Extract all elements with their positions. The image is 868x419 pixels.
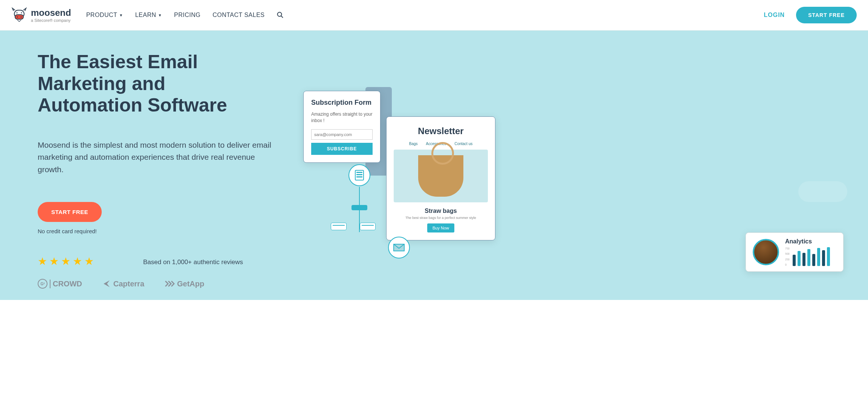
svg-line-7: [281, 16, 283, 18]
analytics-card: Analytics 750 500 250 0: [746, 232, 844, 272]
logo[interactable]: moosend a Sitecore® company: [11, 7, 71, 23]
newsletter-title: Newsletter: [390, 126, 491, 136]
y-axis-labels: 750 500 250 0: [785, 247, 790, 266]
start-free-button[interactable]: START FREE: [796, 7, 857, 23]
star-icon: ★: [84, 255, 94, 268]
star-icon: ★: [61, 255, 70, 268]
nav-product[interactable]: PRODUCT▼: [86, 12, 123, 18]
logo-name: moosend: [31, 8, 71, 18]
chart-bar: [827, 247, 830, 266]
svg-rect-13: [356, 176, 362, 177]
newsletter-image: [394, 150, 488, 202]
analytics-content: Analytics 750 500 250 0: [785, 238, 836, 266]
hero-start-free-button[interactable]: START FREE: [38, 202, 102, 222]
nav-contact-sales[interactable]: CONTACT SALES: [212, 12, 264, 18]
nl-tab-bags: Bags: [409, 142, 418, 146]
chart-bar: [802, 253, 805, 266]
reviews-block: ★ ★ ★ ★ ★ Based on 1,000+ authentic revi…: [38, 255, 271, 289]
review-logos: G² CROWD Capterra GetApp: [38, 279, 271, 289]
hero-section: The Easiest Email Marketing and Automati…: [0, 31, 868, 300]
buy-now-button: Buy Now: [427, 223, 454, 232]
flow-node: [360, 223, 376, 230]
analytics-title: Analytics: [785, 238, 836, 245]
login-link[interactable]: LOGIN: [764, 12, 785, 18]
bag-illustration: [418, 155, 463, 197]
svg-point-6: [277, 12, 281, 17]
chart-bar: [807, 249, 810, 266]
subscription-form-card: Subscription Form Amazing offers straigh…: [303, 91, 381, 163]
search-icon[interactable]: [277, 12, 284, 18]
mail-icon: [388, 237, 410, 258]
hero-illustration: Subscription Form Amazing offers straigh…: [286, 51, 830, 289]
getapp-logo: GetApp: [165, 280, 204, 288]
logo-text: moosend a Sitecore® company: [31, 8, 71, 23]
newsletter-subtitle: The best straw bags for a perfect summer…: [390, 216, 491, 220]
sub-form-title: Subscription Form: [311, 99, 373, 107]
capterra-logo: Capterra: [103, 280, 144, 288]
chart-bar: [817, 248, 820, 266]
star-icon: ★: [49, 255, 59, 268]
hero-note: No credit card required!: [38, 228, 271, 234]
bar-chart: [793, 247, 830, 266]
avatar: [753, 239, 779, 265]
g2crowd-logo: G² CROWD: [38, 279, 82, 289]
nav-learn[interactable]: LEARN▼: [135, 12, 162, 18]
hero-description: Moosend is the simplest and most modern …: [38, 139, 271, 176]
flow-node: [331, 223, 347, 230]
document-icon: [348, 164, 370, 186]
svg-point-3: [21, 12, 22, 14]
arrow-icon: [103, 280, 111, 288]
svg-text:G²: G²: [40, 282, 45, 286]
newsletter-product: Straw bags: [390, 208, 491, 214]
newsletter-card: Newsletter Bags Accessories Contact us S…: [386, 116, 495, 240]
flow-node: [351, 205, 367, 210]
main-nav: PRODUCT▼ LEARN▼ PRICING CONTACT SALES: [86, 12, 284, 18]
star-icon: ★: [73, 255, 82, 268]
sub-email-input: [311, 129, 373, 140]
caret-down-icon: ▼: [119, 13, 123, 17]
svg-point-2: [17, 12, 18, 14]
chart-bar: [812, 254, 815, 266]
svg-point-5: [21, 17, 22, 18]
nl-tab-contact: Contact us: [454, 142, 472, 146]
logo-tagline: a Sitecore® company: [31, 18, 71, 23]
subscribe-button: SUBSCRIBE: [311, 143, 373, 155]
star-icon: ★: [38, 255, 47, 268]
chevrons-icon: [165, 280, 175, 287]
chart-bar: [822, 250, 825, 266]
chat-bubble-shape: [798, 181, 847, 202]
g2-icon: G²: [38, 279, 47, 289]
caret-down-icon: ▼: [158, 13, 162, 17]
svg-rect-12: [356, 174, 362, 175]
nav-pricing[interactable]: PRICING: [174, 12, 200, 18]
header-left: moosend a Sitecore® company PRODUCT▼ LEA…: [11, 7, 284, 23]
review-text: Based on 1,000+ authentic reviews: [143, 258, 243, 266]
chart-bar: [798, 251, 801, 266]
header-right: LOGIN START FREE: [764, 7, 857, 23]
cow-logo-icon: [11, 7, 27, 23]
hero-title: The Easiest Email Marketing and Automati…: [38, 51, 271, 116]
chart-bar: [793, 255, 796, 266]
svg-rect-11: [356, 172, 362, 173]
main-header: moosend a Sitecore® company PRODUCT▼ LEA…: [0, 0, 868, 31]
svg-point-4: [17, 17, 18, 18]
hero-content: The Easiest Email Marketing and Automati…: [38, 51, 271, 289]
sub-form-desc: Amazing offers straight to your inbox !: [311, 111, 373, 124]
svg-rect-1: [15, 15, 23, 19]
